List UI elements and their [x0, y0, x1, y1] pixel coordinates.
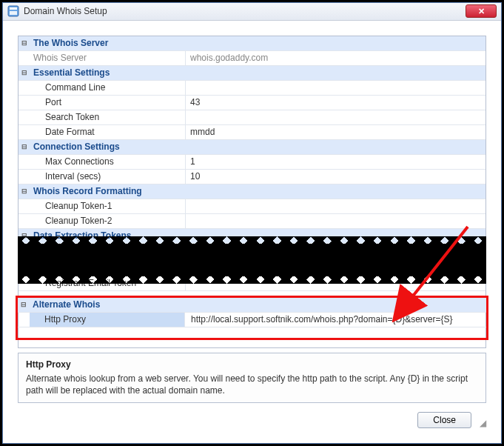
- svg-rect-1: [10, 7, 17, 10]
- row-value[interactable]: 43: [186, 96, 485, 110]
- app-icon: [7, 5, 19, 17]
- collapse-icon[interactable]: ⊟: [19, 184, 30, 199]
- row-label: Search Token: [30, 110, 186, 124]
- collapse-icon[interactable]: ⊟: [18, 298, 30, 312]
- dialog-window: Domain Whois Setup ✕ ⊟ The Whois Server …: [2, 2, 502, 444]
- row-search-token[interactable]: Search Token: [19, 110, 485, 125]
- row-whois-server[interactable]: Whois Server whois.godaddy.com: [19, 51, 485, 66]
- row-max-connections[interactable]: Max Connections 1: [19, 155, 485, 170]
- help-panel: Http Proxy Alternate whois lookup from a…: [18, 353, 486, 403]
- row-value[interactable]: [185, 313, 486, 327]
- window-title: Domain Whois Setup: [24, 6, 466, 16]
- row-label: Cleanup Token-2: [30, 214, 186, 228]
- help-text: Alternate whois lookup from a web server…: [26, 373, 478, 396]
- window-close-button[interactable]: ✕: [466, 4, 497, 18]
- row-label: Command Line: [30, 81, 186, 95]
- row-label: Max Connections: [30, 155, 186, 169]
- row-label: Port: [30, 96, 186, 110]
- highlight-box: ⊟ Alternate Whois Http Proxy: [16, 296, 488, 340]
- row-label: Http Proxy: [30, 313, 185, 327]
- row-value[interactable]: [186, 214, 485, 228]
- row-label: Date Format: [30, 125, 186, 139]
- section-formatting[interactable]: ⊟ Whois Record Formatting: [19, 184, 485, 199]
- row-value[interactable]: [186, 81, 485, 95]
- help-title: Http Proxy: [26, 359, 478, 370]
- section-essential-settings[interactable]: ⊟ Essential Settings: [19, 66, 485, 81]
- row-value[interactable]: 10: [186, 170, 485, 184]
- row-date-format[interactable]: Date Format mmdd: [19, 125, 485, 140]
- button-row: Close ◢: [18, 403, 486, 428]
- row-label: Interval (secs): [30, 170, 186, 184]
- truncation-marker: [18, 244, 486, 276]
- section-title: Alternate Whois: [30, 298, 185, 312]
- http-proxy-input[interactable]: [189, 313, 482, 325]
- section-title: The Whois Server: [30, 36, 186, 50]
- row-port[interactable]: Port 43: [19, 96, 485, 110]
- collapse-icon[interactable]: ⊟: [19, 66, 30, 80]
- close-button[interactable]: Close: [417, 412, 471, 428]
- row-label: Whois Server: [30, 51, 186, 65]
- section-title: Whois Record Formatting: [30, 184, 186, 199]
- close-icon: ✕: [478, 7, 485, 16]
- section-title: Essential Settings: [30, 66, 186, 80]
- row-value[interactable]: mmdd: [186, 125, 485, 139]
- section-whois-server[interactable]: ⊟ The Whois Server: [19, 36, 485, 51]
- resize-grip-icon[interactable]: ◢: [476, 418, 486, 428]
- property-grid: ⊟ The Whois Server Whois Server whois.go…: [18, 36, 486, 348]
- svg-rect-2: [10, 11, 17, 15]
- row-value[interactable]: [186, 110, 485, 124]
- row-cleanup-token-2[interactable]: Cleanup Token-2: [19, 214, 485, 229]
- collapse-icon[interactable]: ⊟: [19, 36, 30, 50]
- client-area: ⊟ The Whois Server Whois Server whois.go…: [3, 21, 501, 443]
- section-alternate-whois[interactable]: ⊟ Alternate Whois: [18, 298, 486, 313]
- row-command-line[interactable]: Command Line: [19, 81, 485, 96]
- row-cleanup-token-1[interactable]: Cleanup Token-1: [19, 199, 485, 214]
- collapse-icon[interactable]: ⊟: [19, 140, 30, 154]
- row-http-proxy[interactable]: Http Proxy: [18, 313, 486, 327]
- spacer: [18, 327, 486, 338]
- titlebar[interactable]: Domain Whois Setup ✕: [3, 3, 501, 21]
- row-interval[interactable]: Interval (secs) 10: [19, 170, 485, 184]
- row-value[interactable]: 1: [186, 155, 485, 169]
- row-value[interactable]: [186, 199, 485, 213]
- row-value[interactable]: whois.godaddy.com: [186, 51, 485, 65]
- section-title: Connection Settings: [30, 140, 186, 154]
- row-label: Cleanup Token-1: [30, 199, 186, 213]
- section-connection-settings[interactable]: ⊟ Connection Settings: [19, 140, 485, 155]
